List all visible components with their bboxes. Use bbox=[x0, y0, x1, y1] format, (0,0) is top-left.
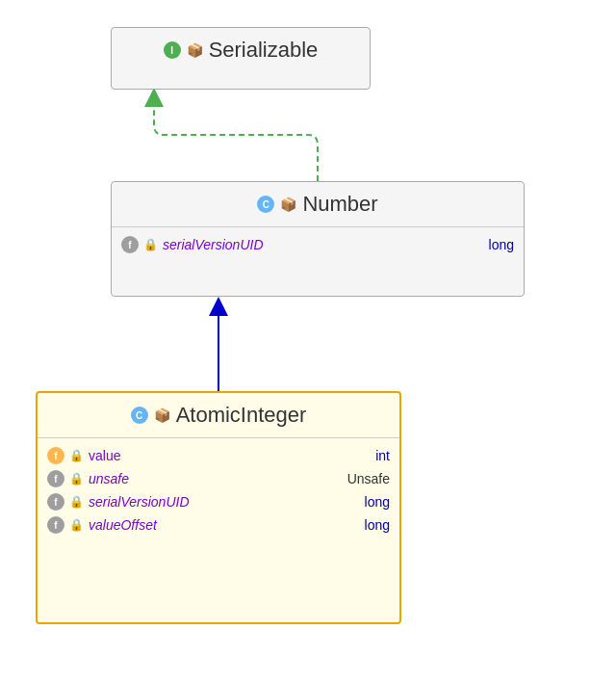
implements-arrow bbox=[154, 90, 318, 181]
table-row: f 🔒 serialVersionUID long bbox=[47, 490, 390, 513]
field-name-value: value bbox=[89, 448, 371, 463]
lock-icon: 🔒 bbox=[69, 472, 84, 485]
atomic-integer-box[interactable]: C 📦 AtomicInteger f 🔒 value int f 🔒 unsa… bbox=[36, 391, 401, 624]
field-type-svuid: long bbox=[365, 494, 390, 510]
atomic-integer-badge-c: C bbox=[131, 407, 148, 424]
field-badge-f-gray: f bbox=[121, 236, 139, 253]
serializable-package-icon: 📦 bbox=[187, 42, 203, 58]
lock-icon: 🔒 bbox=[69, 518, 84, 532]
field-type-unsafe: Unsafe bbox=[347, 471, 390, 486]
field-badge-f-orange: f bbox=[47, 447, 64, 464]
lock-icon: 🔒 bbox=[69, 495, 84, 509]
atomic-integer-header: C 📦 AtomicInteger bbox=[38, 393, 399, 438]
lock-icon: 🔒 bbox=[69, 449, 84, 462]
number-box[interactable]: C 📦 Number f 🔒 serialVersionUID long bbox=[111, 181, 525, 297]
diagram-container: I 📦 Serializable C 📦 Number f 🔒 serialVe… bbox=[0, 0, 616, 682]
field-badge-f-gray-vo: f bbox=[47, 516, 64, 534]
number-package-icon: 📦 bbox=[280, 197, 296, 212]
table-row: f 🔒 value int bbox=[47, 444, 390, 467]
field-name-valueoffset: valueOffset bbox=[89, 517, 360, 533]
atomic-integer-title: AtomicInteger bbox=[176, 403, 307, 428]
table-row: f 🔒 serialVersionUID long bbox=[121, 233, 514, 256]
serializable-header: I 📦 Serializable bbox=[112, 28, 370, 72]
serializable-box[interactable]: I 📦 Serializable bbox=[111, 27, 371, 90]
field-type-value: int bbox=[375, 448, 390, 463]
number-header: C 📦 Number bbox=[112, 182, 524, 227]
field-badge-f-gray-unsafe: f bbox=[47, 470, 64, 487]
field-badge-f-gray-svuid: f bbox=[47, 493, 64, 511]
field-name-svuid: serialVersionUID bbox=[89, 494, 360, 510]
table-row: f 🔒 unsafe Unsafe bbox=[47, 467, 390, 490]
number-badge-c: C bbox=[257, 196, 274, 213]
number-title: Number bbox=[302, 192, 377, 217]
lock-icon: 🔒 bbox=[143, 238, 158, 251]
atomic-integer-fields: f 🔒 value int f 🔒 unsafe Unsafe f 🔒 seri… bbox=[38, 438, 399, 542]
table-row: f 🔒 valueOffset long bbox=[47, 513, 390, 537]
atomic-integer-package-icon: 📦 bbox=[154, 407, 170, 423]
field-type: long bbox=[489, 237, 514, 252]
number-fields: f 🔒 serialVersionUID long bbox=[112, 227, 524, 262]
serializable-title: Serializable bbox=[209, 38, 319, 63]
field-name-unsafe: unsafe bbox=[89, 471, 343, 486]
field-name: serialVersionUID bbox=[163, 237, 484, 252]
field-type-valueoffset: long bbox=[365, 517, 390, 533]
serializable-badge-i: I bbox=[164, 41, 181, 59]
